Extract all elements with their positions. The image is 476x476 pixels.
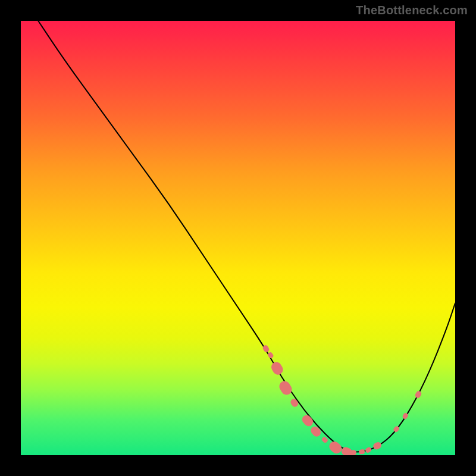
data-marker [309,425,322,438]
data-marker [402,412,408,419]
data-marker [277,379,294,397]
data-marker [393,425,400,433]
data-marker [365,446,372,453]
data-marker [290,398,300,408]
data-marker [267,352,274,359]
data-marker [349,449,357,455]
data-marker [300,413,315,428]
data-marker [372,441,382,450]
data-marker [359,449,365,455]
data-marker [414,390,422,399]
data-marker [321,436,328,443]
data-marker [270,360,285,376]
plot-area [21,21,455,455]
markers-layer [21,21,455,455]
watermark: TheBottleneck.com [356,4,468,17]
